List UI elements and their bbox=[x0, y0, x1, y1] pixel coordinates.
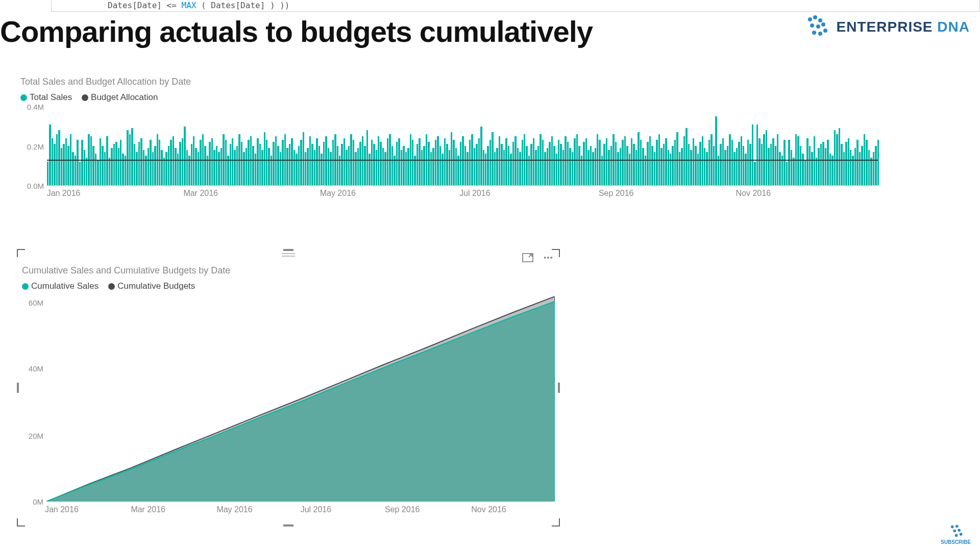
chart1-yaxis: 0.4M 0.2M 0.0M bbox=[20, 107, 46, 186]
svg-point-4 bbox=[816, 24, 820, 29]
visual-toolbar bbox=[522, 253, 554, 262]
chart1-bars bbox=[47, 107, 878, 186]
chart2-xaxis: Jan 2016 Mar 2016 May 2016 Jul 2016 Sep … bbox=[46, 504, 555, 516]
subscribe-badge[interactable]: SUBSCRIBE bbox=[941, 524, 971, 545]
dna-icon bbox=[805, 14, 830, 40]
xtick: Jan 2016 bbox=[47, 189, 81, 198]
svg-point-8 bbox=[823, 29, 827, 33]
resize-handle-bottom[interactable] bbox=[283, 524, 293, 527]
formula-bar[interactable]: Dates[Date] <= MAX ( Dates[Date] ) )) bbox=[51, 0, 980, 12]
svg-point-15 bbox=[950, 525, 953, 529]
svg-point-12 bbox=[550, 257, 552, 259]
svg-point-10 bbox=[544, 257, 546, 259]
resize-handle-tl[interactable] bbox=[17, 249, 25, 257]
chart1-xaxis: Jan 2016 Mar 2016 May 2016 Jul 2016 Sep … bbox=[47, 187, 878, 198]
brand-logo: ENTERPRISE DNA bbox=[805, 14, 970, 40]
svg-point-18 bbox=[958, 529, 961, 532]
brand-text: ENTERPRISE DNA bbox=[837, 19, 970, 35]
legend-label-total-sales: Total Sales bbox=[30, 92, 72, 102]
xtick: Jul 2016 bbox=[301, 505, 332, 514]
svg-point-16 bbox=[955, 525, 958, 528]
xtick: Mar 2016 bbox=[131, 505, 165, 514]
resize-handle-left[interactable] bbox=[17, 383, 19, 393]
xtick: Nov 2016 bbox=[471, 505, 506, 514]
svg-point-11 bbox=[547, 257, 549, 259]
xtick: May 2016 bbox=[216, 505, 252, 514]
ytick: 60M bbox=[29, 298, 43, 307]
xtick: Jan 2016 bbox=[45, 505, 79, 514]
formula-keyword: MAX bbox=[182, 1, 197, 10]
ytick: 0.4M bbox=[27, 103, 44, 111]
xtick: Nov 2016 bbox=[736, 189, 771, 198]
chart1-legend: Total Sales Budget Allocation bbox=[20, 92, 878, 103]
dna-icon bbox=[947, 524, 965, 538]
legend-label-budget: Budget Allocation bbox=[91, 92, 158, 102]
svg-point-20 bbox=[959, 533, 962, 536]
formula-text-prefix: Dates[Date] <= bbox=[108, 1, 182, 10]
svg-point-3 bbox=[810, 23, 814, 28]
chart-cumulative-selected[interactable]: Cumulative Sales and Cumulative Budgets … bbox=[18, 250, 559, 525]
more-options-icon[interactable] bbox=[543, 253, 554, 262]
svg-point-2 bbox=[818, 18, 822, 22]
chart2-legend: Cumulative Sales Cumulative Budgets bbox=[22, 281, 555, 291]
subscribe-label: SUBSCRIBE bbox=[941, 539, 971, 545]
chart2-yaxis: 60M 40M 20M 0M bbox=[22, 296, 45, 502]
legend-dot-dark bbox=[82, 94, 88, 101]
chart2-plot: 60M 40M 20M 0M Jan 2016 Mar 2016 May 201… bbox=[22, 296, 555, 516]
legend-label-cum-budgets: Cumulative Budgets bbox=[117, 281, 195, 291]
resize-handle-top[interactable] bbox=[283, 249, 293, 251]
svg-point-19 bbox=[954, 534, 958, 537]
chart2-title: Cumulative Sales and Cumulative Budgets … bbox=[22, 265, 555, 276]
xtick: Sep 2016 bbox=[385, 505, 420, 514]
legend-dot-dark bbox=[108, 283, 115, 290]
ytick: 0M bbox=[33, 497, 43, 506]
svg-point-7 bbox=[818, 32, 822, 36]
drag-handle-icon[interactable] bbox=[282, 252, 295, 257]
chart2-area bbox=[46, 296, 555, 502]
ytick: 40M bbox=[29, 364, 43, 372]
svg-point-6 bbox=[812, 31, 816, 35]
svg-point-1 bbox=[813, 15, 817, 19]
legend-dot-teal bbox=[20, 94, 27, 101]
focus-mode-icon[interactable] bbox=[522, 253, 533, 262]
budget-allocation-line bbox=[47, 160, 878, 161]
chart1-plot: 0.4M 0.2M 0.0M Jan 2016 Mar 2016 May 201… bbox=[20, 107, 878, 198]
brand-word1: ENTERPRISE bbox=[837, 19, 933, 35]
ytick: 0.2M bbox=[27, 142, 44, 151]
ytick: 20M bbox=[29, 432, 43, 440]
legend-dot-teal bbox=[22, 283, 29, 290]
legend-label-cum-sales: Cumulative Sales bbox=[31, 281, 99, 291]
formula-text-suffix: ( Dates[Date] ) )) bbox=[201, 1, 289, 10]
brand-word2: DNA bbox=[937, 19, 970, 35]
chart1-title: Total Sales and Budget Allocation by Dat… bbox=[20, 77, 878, 87]
resize-handle-right[interactable] bbox=[558, 383, 560, 393]
xtick: May 2016 bbox=[320, 189, 356, 198]
svg-point-0 bbox=[808, 17, 812, 21]
page-title: Comparing actuals to budgets cumulativel… bbox=[0, 14, 593, 48]
chart-total-sales-budget[interactable]: Total Sales and Budget Allocation by Dat… bbox=[20, 77, 878, 198]
svg-point-17 bbox=[953, 530, 956, 533]
svg-point-5 bbox=[821, 22, 825, 27]
xtick: Jul 2016 bbox=[459, 189, 491, 198]
xtick: Mar 2016 bbox=[183, 189, 218, 198]
ytick: 0.0M bbox=[27, 182, 44, 190]
xtick: Sep 2016 bbox=[599, 189, 634, 198]
